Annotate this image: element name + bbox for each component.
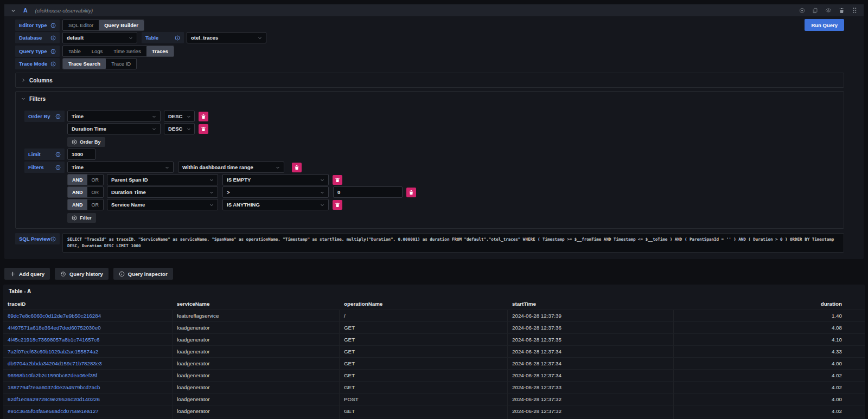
chevron-down-icon [320,178,324,182]
info-icon[interactable] [50,49,56,54]
remove-filter-button[interactable] [406,188,416,197]
trace-id-link[interactable]: e91c3645f04fa5e58adcd0758e1ea127 [8,408,99,414]
record-icon[interactable] [799,8,805,14]
query-inspector-button[interactable]: Query inspector [113,268,173,280]
order-by-field-select[interactable]: Time [67,111,161,122]
database-table-row: Database default Table otel_traces [15,32,844,43]
service-name-cell: featureflagservice [173,310,340,321]
page: A (clickhouse-observability) [0,0,868,419]
panel-title[interactable]: Table - A [3,285,865,298]
query-ref-id[interactable]: A [23,7,28,14]
filter-field-select[interactable]: Time [67,162,174,173]
trace-id-link[interactable]: 1887794f7eaa6037d0e2a4579bcd7acb [8,384,100,390]
drag-handle-icon[interactable] [852,7,857,14]
start-time-cell: 2024-06-28 12:37:32 [508,394,674,405]
limit-input[interactable] [67,149,95,160]
order-by-direction-select[interactable]: DESC [164,123,195,134]
run-query-button[interactable]: Run Query [805,19,844,31]
filter-field-select[interactable]: Duration Time [107,186,218,198]
column-header-duration[interactable]: duration [674,301,865,307]
collapse-chevron-icon[interactable] [11,8,16,13]
chevron-down-icon [209,178,214,182]
info-icon[interactable] [50,236,56,242]
conjunction-toggle: AND OR [67,186,104,198]
editor-type-option-builder[interactable]: Query Builder [99,20,144,30]
remove-order-by-button[interactable] [199,124,208,134]
chevron-down-icon [152,114,156,119]
info-icon[interactable] [55,114,61,119]
eye-icon[interactable] [825,7,832,14]
info-icon[interactable] [55,152,61,157]
remove-filter-button[interactable] [292,163,302,172]
remove-order-by-button[interactable] [199,112,208,121]
info-icon[interactable] [50,61,56,67]
filters-section-header[interactable]: Filters [21,94,838,103]
query-type-label: Query Type [15,46,60,57]
operation-name-cell: GET [340,322,508,333]
remove-filter-button[interactable] [333,175,342,185]
results-table: traceID serviceName operationName startT… [3,298,865,419]
trace-mode-option-search[interactable]: Trace Search [63,59,106,69]
filter-field-select[interactable]: Parent Span ID [107,174,218,185]
start-time-cell: 2024-06-28 12:37:32 [508,405,674,417]
trace-id-link[interactable]: 96968b10fa2b2c1590bc67dea06ef35f [8,372,97,378]
order-by-field-select[interactable]: Duration Time [67,123,161,134]
query-history-button[interactable]: Query history [55,268,108,280]
trace-id-link[interactable]: 4f497571a618e364ed7ded60752030e0 [8,325,101,331]
add-order-by-button[interactable]: Order By [67,137,105,147]
add-query-button[interactable]: Add query [4,268,50,280]
duplicate-icon[interactable] [812,8,818,14]
trash-icon[interactable] [839,8,845,14]
query-type-toggle: Table Logs Time Series Traces [62,46,174,57]
duration-cell: 4.02 [674,370,865,381]
column-header-operationname[interactable]: operationName [340,301,508,307]
database-select[interactable]: default [62,32,137,43]
trace-id-link[interactable]: db9704a2bbda34204d159c71b78283e3 [8,360,102,366]
trace-id-link[interactable]: 7a2f07ecf63c60b1029ab2ac155874a2 [8,349,98,354]
and-option[interactable]: AND [68,199,87,210]
filter-value-input[interactable] [333,186,403,198]
or-option[interactable]: OR [87,187,104,197]
filter-operator-select[interactable]: IS ANYTHING [222,199,329,210]
trace-mode-option-id[interactable]: Trace ID [106,59,136,69]
filter-operator-select[interactable]: IS EMPTY [222,174,329,185]
info-icon[interactable] [50,35,56,41]
filter-operator-select[interactable]: > [222,186,329,198]
info-icon[interactable] [175,35,180,41]
filter-operator-select[interactable]: Within dashboard time range [178,162,284,173]
trace-id-link[interactable]: 62df1ec9a29728c9e29536c20d140226 [8,396,100,402]
order-by-direction-select[interactable]: DESC [164,111,195,122]
columns-section-header[interactable]: Columns [21,76,838,85]
duration-cell: 4.33 [674,346,865,357]
info-icon[interactable] [50,23,56,28]
or-option[interactable]: OR [87,199,104,210]
filter-field-select[interactable]: Service Name [107,199,218,210]
sql-preview-label: SQL Preview [15,233,60,244]
query-editor-body: Run Query Editor Type SQL Editor Query B… [4,16,864,259]
and-option[interactable]: AND [68,175,87,185]
remove-filter-button[interactable] [333,200,342,210]
editor-type-row: Editor Type SQL Editor Query Builder [15,20,844,31]
trace-mode-label: Trace Mode [15,58,60,69]
and-option[interactable]: AND [68,187,87,197]
query-type-option-logs[interactable]: Logs [86,46,108,56]
start-time-cell: 2024-06-28 12:37:39 [508,310,674,321]
column-header-servicename[interactable]: serviceName [173,301,340,307]
table-row: e91c3645f04fa5e58adcd0758e1ea127 loadgen… [3,405,865,417]
duration-cell: 4.10 [674,334,865,345]
trace-mode-row: Trace Mode Trace Search Trace ID [15,58,844,69]
query-type-option-timeseries[interactable]: Time Series [108,46,146,56]
trace-id-link[interactable]: 4f45c21918c73698057a8b1c741657c6 [8,337,99,343]
add-filter-button[interactable]: Filter [67,213,96,223]
info-icon[interactable] [55,165,61,170]
editor-type-option-sql[interactable]: SQL Editor [63,20,99,30]
query-type-option-traces[interactable]: Traces [146,46,174,56]
column-header-starttime[interactable]: startTime [508,301,674,307]
table-row: 96968b10fa2b2c1590bc67dea06ef35f loadgen… [3,369,865,381]
duration-cell: 4.02 [674,405,865,417]
trace-id-link[interactable]: 89dc7e8c6060c0d12de7e9b50c216284 [8,313,101,319]
or-option[interactable]: OR [87,175,104,185]
query-type-option-table[interactable]: Table [63,46,86,56]
column-header-traceid[interactable]: traceID [3,301,173,307]
table-select[interactable]: otel_traces [187,32,266,43]
